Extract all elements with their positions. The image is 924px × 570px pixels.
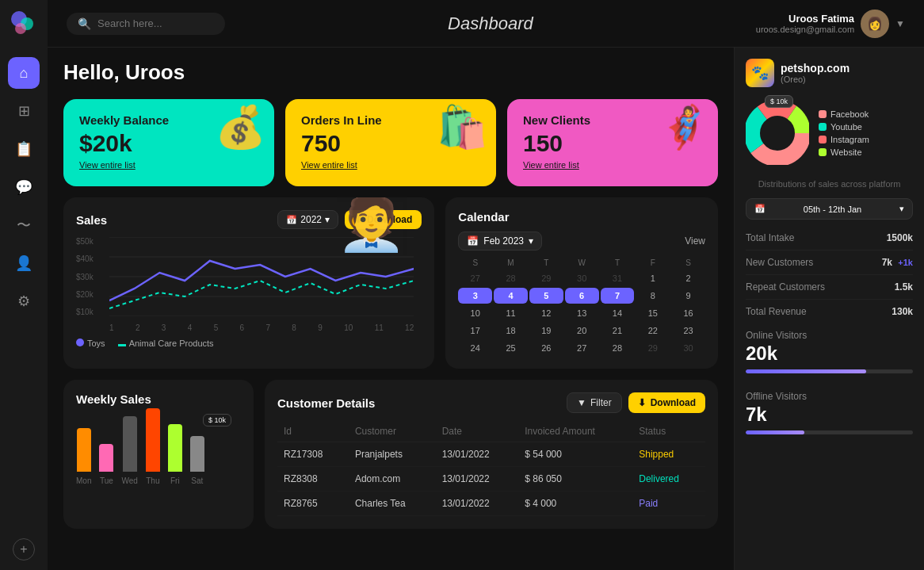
cal-day[interactable]: 15 [636, 305, 670, 321]
sidebar-item-chart[interactable]: 〜 [8, 209, 40, 241]
cal-day[interactable]: 9 [671, 288, 705, 304]
sidebar-item-report[interactable]: 📋 [8, 133, 40, 165]
bar-mon [77, 428, 91, 472]
avatar[interactable]: 👩 [861, 10, 889, 38]
offline-visitors-count: 7k [746, 404, 913, 426]
cal-day[interactable]: 11 [494, 305, 528, 321]
cal-day[interactable]: 7 [601, 288, 635, 304]
user-email: uroos.design@gmail.com [756, 25, 854, 34]
sales-chart-card: Sales 📅 2022 ▾ ⬇ Download [63, 197, 434, 369]
chevron-icon: ▾ [325, 214, 330, 225]
cal-day[interactable]: 3 [458, 288, 492, 304]
customer-details-title: Customer Details [277, 396, 375, 410]
cal-day[interactable]: 24 [458, 340, 492, 356]
cal-day[interactable]: 5 [529, 288, 563, 304]
cal-day[interactable]: 31 [601, 270, 635, 286]
cal-day[interactable]: 28 [601, 340, 635, 356]
date-range-selector[interactable]: 📅 05th - 12th Jan ▾ [746, 198, 913, 220]
cal-day[interactable]: 27 [458, 270, 492, 286]
pie-legend: Facebook Youtube Instagram Website [819, 109, 869, 157]
sidebar-item-chat[interactable]: 💬 [8, 171, 40, 203]
cal-view-button[interactable]: View [685, 235, 705, 247]
page-title: Hello, Uroos [63, 60, 718, 85]
cal-day[interactable]: 29 [529, 270, 563, 286]
cal-day[interactable]: 22 [636, 323, 670, 339]
download-table-button[interactable]: ⬇ Download [628, 392, 705, 413]
pie-area: $ 10k Facebook [746, 101, 913, 165]
card-link[interactable]: View entire list [523, 160, 702, 170]
sidebar-item-user[interactable]: 👤 [8, 247, 40, 279]
cal-day[interactable]: 25 [494, 340, 528, 356]
cal-day[interactable]: 16 [671, 305, 705, 321]
header-title: Dashboard [238, 13, 743, 34]
app-logo[interactable] [10, 10, 38, 38]
add-button[interactable]: + [13, 538, 35, 560]
sidebar-item-settings[interactable]: ⚙ [8, 285, 40, 317]
cal-day[interactable]: 6 [565, 288, 599, 304]
cal-day[interactable]: 13 [565, 305, 599, 321]
stats-row-total-revenue: Total Revenue 130k [746, 303, 913, 320]
day-header-s2: S [671, 257, 705, 269]
card-illustration: 💰 [215, 103, 266, 151]
cal-month-button[interactable]: 📅 Feb 2023 ▾ [458, 231, 542, 251]
col-amount: Invoiced Amount [518, 421, 632, 442]
download-table-icon: ⬇ [638, 397, 646, 408]
table-row[interactable]: RZ17308 Pranjalpets 13/01/2022 $ 54 000 … [277, 442, 705, 467]
table-actions: ▼ Filter ⬇ Download [567, 392, 705, 413]
sidebar-item-grid[interactable]: ⊞ [8, 95, 40, 127]
search-input[interactable] [97, 17, 208, 29]
table-header-row: Id Customer Date Invoiced Amount Status [277, 421, 705, 442]
petshop-subtitle: (Oreo) [781, 75, 850, 84]
cal-day[interactable]: 10 [458, 305, 492, 321]
cal-day[interactable]: 8 [636, 288, 670, 304]
svg-point-12 [762, 117, 793, 149]
sidebar: ⌂ ⊞ 📋 💬 〜 👤 ⚙ + [0, 0, 48, 570]
date-range-label: 05th - 12th Jan [804, 205, 861, 214]
card-link[interactable]: View entire list [79, 160, 258, 170]
cal-day[interactable]: 21 [601, 323, 635, 339]
cal-day[interactable]: 4 [494, 288, 528, 304]
card-link[interactable]: View entire list [301, 160, 480, 170]
cal-day[interactable]: 18 [494, 323, 528, 339]
cell-date: 13/01/2022 [436, 492, 519, 516]
cal-day[interactable]: 20 [565, 323, 599, 339]
search-bar[interactable]: 🔍 [67, 13, 225, 35]
cal-day[interactable]: 17 [458, 323, 492, 339]
cal-day[interactable]: 30 [671, 340, 705, 356]
online-visitors-section: Online Visitors 20k [746, 330, 913, 381]
cal-day[interactable]: 14 [601, 305, 635, 321]
cal-day[interactable]: 19 [529, 323, 563, 339]
col-date: Date [436, 421, 519, 442]
cal-day[interactable]: 29 [636, 340, 670, 356]
weekly-sales-card: Weekly Sales $ 10k Mon Tue [63, 380, 254, 529]
day-header-t2: T [601, 257, 635, 269]
user-name: Uroos Fatima [756, 13, 854, 25]
sales-title: Sales [76, 213, 107, 227]
cal-day[interactable]: 2 [671, 270, 705, 286]
cal-day[interactable]: 1 [636, 270, 670, 286]
cal-day[interactable]: 26 [529, 340, 563, 356]
table-header-row: Customer Details ▼ Filter ⬇ Download [277, 392, 705, 413]
legend-toys: Toys [87, 339, 105, 348]
stats-row-repeat-customers: Repeat Customers 1.5k [746, 278, 913, 296]
online-visitors-label: Online Visitors [746, 330, 913, 341]
year-select[interactable]: 📅 2022 ▾ [277, 210, 338, 229]
cal-day[interactable]: 27 [565, 340, 599, 356]
table-row[interactable]: RZ8308 Adom.com 13/01/2022 $ 86 050 Deli… [277, 467, 705, 492]
cal-chevron-icon: ▾ [529, 235, 533, 247]
day-header-m: M [494, 257, 528, 269]
cal-day[interactable]: 30 [565, 270, 599, 286]
filter-button[interactable]: ▼ Filter [567, 392, 622, 413]
chevron-down-icon[interactable]: ▼ [895, 18, 905, 29]
cal-day[interactable]: 23 [671, 323, 705, 339]
stats-value: 130k [892, 306, 913, 317]
stats-label: New Customers [746, 257, 813, 268]
col-customer: Customer [349, 421, 436, 442]
bar-group-wed: Wed [121, 416, 137, 485]
cal-day[interactable]: 12 [529, 305, 563, 321]
cal-day[interactable]: 28 [494, 270, 528, 286]
table-row[interactable]: RZ8765 Charles Tea 13/01/2022 $ 4 000 Pa… [277, 492, 705, 516]
cell-id: RZ8308 [277, 467, 349, 492]
divider [746, 299, 913, 300]
sidebar-item-home[interactable]: ⌂ [8, 57, 40, 89]
